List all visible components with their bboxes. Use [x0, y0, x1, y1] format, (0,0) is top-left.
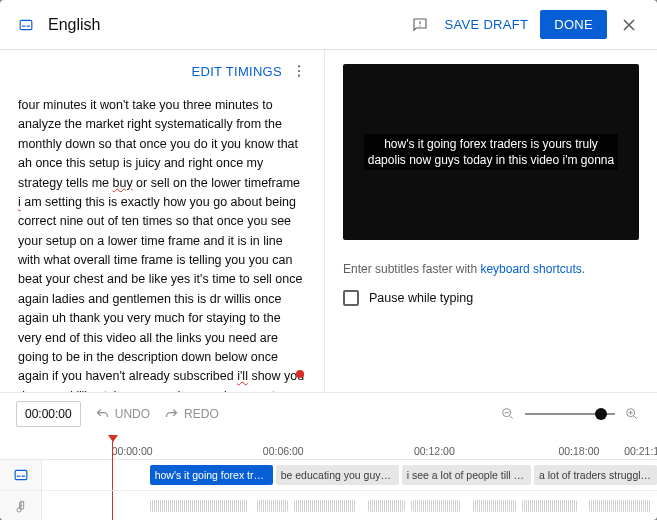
- ruler-tick: 00:12:00: [414, 445, 455, 457]
- modal-body: EDIT TIMINGS four minutes it won't take …: [0, 50, 657, 392]
- playback-controls: 00:00:00 UNDO REDO: [0, 392, 657, 435]
- caption-line-2: dapolis now guys today in this video i'm…: [368, 153, 614, 167]
- svg-point-4: [298, 65, 300, 67]
- pause-while-typing-checkbox[interactable]: [343, 290, 359, 306]
- subtitle-segment[interactable]: i see a lot of people till today and ...: [402, 465, 531, 485]
- close-icon[interactable]: [617, 13, 641, 37]
- audio-track-icon[interactable]: [0, 491, 42, 520]
- ruler-tick: 00:00:00: [112, 445, 153, 457]
- pause-while-typing-label: Pause while typing: [369, 291, 473, 305]
- ruler-tick: 00:06:00: [263, 445, 304, 457]
- svg-point-5: [298, 70, 300, 72]
- time-ruler[interactable]: 00:00:0000:06:0000:12:0000:18:0000:21:19: [0, 435, 657, 459]
- svg-point-3: [419, 25, 420, 26]
- timecode-input[interactable]: 00:00:00: [16, 401, 81, 427]
- unsaved-indicator-icon: [296, 370, 304, 378]
- audio-waveform: [411, 500, 460, 512]
- caption-line-1: how's it going forex traders is yours tr…: [384, 137, 598, 151]
- subtitles-icon: [16, 18, 36, 32]
- zoom-slider[interactable]: [525, 413, 615, 415]
- zoom-out-icon[interactable]: [499, 405, 517, 423]
- svg-rect-2: [27, 25, 31, 26]
- subtitle-segment[interactable]: how's it going forex traders is y...: [150, 465, 273, 485]
- audio-waveform: [522, 500, 577, 512]
- audio-waveform: [150, 500, 248, 512]
- ruler-tick: 00:21:19: [624, 445, 657, 457]
- subtitle-track: how's it going forex traders is y...be e…: [0, 460, 657, 490]
- svg-point-6: [298, 75, 300, 77]
- audio-waveform: [257, 500, 288, 512]
- timeline-tracks: how's it going forex traders is y...be e…: [0, 459, 657, 520]
- svg-rect-10: [16, 476, 20, 477]
- pause-while-typing-row: Pause while typing: [343, 290, 639, 306]
- svg-rect-1: [22, 25, 26, 26]
- audio-waveform: [589, 500, 651, 512]
- subtitle-textarea[interactable]: four minutes it won't take you three min…: [0, 88, 324, 392]
- keyboard-shortcuts-link[interactable]: keyboard shortcuts: [480, 262, 581, 276]
- subtitle-track-body[interactable]: how's it going forex traders is y...be e…: [42, 460, 657, 490]
- video-preview[interactable]: how's it going forex traders is yours tr…: [343, 64, 639, 240]
- subtitle-segment[interactable]: be educating you guys on the b...: [276, 465, 399, 485]
- text-pane: EDIT TIMINGS four minutes it won't take …: [0, 50, 325, 392]
- zoom-slider-thumb[interactable]: [595, 408, 607, 420]
- more-vert-icon[interactable]: [290, 62, 308, 80]
- audio-waveform: [294, 500, 356, 512]
- preview-pane: how's it going forex traders is yours tr…: [325, 50, 657, 392]
- ruler-tick: 00:18:00: [558, 445, 599, 457]
- text-pane-toolbar: EDIT TIMINGS: [0, 50, 324, 88]
- caption-overlay: how's it going forex traders is yours tr…: [364, 134, 618, 170]
- save-draft-button[interactable]: SAVE DRAFT: [445, 17, 529, 32]
- modal-header: English SAVE DRAFT DONE: [0, 0, 657, 50]
- svg-rect-9: [15, 470, 27, 479]
- done-button[interactable]: DONE: [540, 10, 607, 39]
- zoom-in-icon[interactable]: [623, 405, 641, 423]
- zoom-controls: [499, 405, 641, 423]
- edit-timings-button[interactable]: EDIT TIMINGS: [191, 64, 282, 79]
- undo-button[interactable]: UNDO: [95, 407, 150, 422]
- svg-rect-0: [20, 20, 32, 29]
- keyboard-shortcuts-hint: Enter subtitles faster with keyboard sho…: [343, 262, 639, 276]
- svg-rect-11: [21, 476, 25, 477]
- audio-track-body[interactable]: [42, 491, 657, 520]
- audio-track: [0, 490, 657, 520]
- audio-waveform: [473, 500, 516, 512]
- feedback-icon[interactable]: [411, 16, 429, 34]
- subtitle-editor-modal: English SAVE DRAFT DONE EDIT TIMINGS fou…: [0, 0, 657, 520]
- audio-waveform: [368, 500, 405, 512]
- language-title: English: [48, 16, 411, 34]
- redo-button[interactable]: REDO: [164, 407, 219, 422]
- subtitle-segment[interactable]: a lot of traders struggle with th: [534, 465, 657, 485]
- subtitle-track-icon[interactable]: [0, 460, 42, 490]
